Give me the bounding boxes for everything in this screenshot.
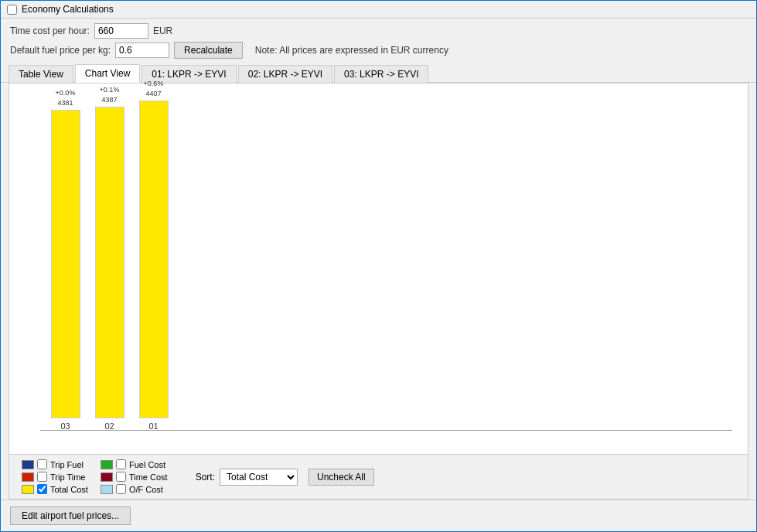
time-cost-label: Time Cost <box>129 472 168 482</box>
time-cost-label: Time cost per hour: <box>10 26 90 36</box>
fuel-price-line: Default fuel price per kg: Recalculate N… <box>10 42 448 59</box>
bar-03 <box>51 110 80 418</box>
x-axis <box>40 430 732 431</box>
main-window: Economy Calculations Time cost per hour:… <box>0 0 757 532</box>
uncheck-all-button[interactable]: Uncheck All <box>309 469 374 486</box>
time-cost-checkbox[interactable] <box>116 472 126 482</box>
tab-table-view[interactable]: Table View <box>9 65 73 83</box>
fuel-cost-swatch <box>101 460 113 469</box>
legend-cols-group: Trip Fuel Trip Time Total Cost <box>22 459 180 494</box>
fuel-price-label: Default fuel price per kg: <box>10 45 111 56</box>
legend-of-cost: O/F Cost <box>101 484 168 494</box>
of-cost-checkbox[interactable] <box>116 484 126 494</box>
note-text: Note: All prices are expressed in EUR cu… <box>255 45 448 56</box>
fuel-cost-label: Fuel Cost <box>129 460 165 469</box>
trip-time-label: Trip Time <box>50 472 85 482</box>
sort-area: Sort: Total Cost Fuel Cost Time Cost Unc… <box>196 469 374 486</box>
params-section: Time cost per hour: EUR Default fuel pri… <box>1 19 756 63</box>
trip-time-checkbox[interactable] <box>37 472 47 482</box>
bar-group-02: +0.1% 4387 02 <box>92 84 127 431</box>
trip-time-swatch <box>22 472 34 482</box>
title-bar: Economy Calculations <box>1 1 756 19</box>
legend-trip-fuel: Trip Fuel <box>22 459 88 469</box>
legend-col-left: Trip Fuel Trip Time Total Cost <box>22 459 88 494</box>
bar-group-01: +0.6% 4407 01 <box>136 78 171 431</box>
legend-time-cost: Time Cost <box>101 472 168 482</box>
legend-total-cost: Total Cost <box>22 484 88 494</box>
chart-inner: +0.0% 4381 03 +0.1% 4387 02 +0.6% 4407 0… <box>40 91 732 431</box>
tab-route-02[interactable]: 02: LKPR -> EYVI <box>238 65 332 83</box>
trip-fuel-swatch <box>22 460 34 469</box>
bar-group-03: +0.0% 4381 03 <box>48 87 83 431</box>
time-cost-swatch <box>101 472 113 482</box>
legend-trip-time: Trip Time <box>22 472 88 482</box>
bar-label-top-01: +0.6% 4407 <box>144 78 164 99</box>
bar-label-top-02: +0.1% 4387 <box>100 84 120 105</box>
tab-route-03[interactable]: 03: LKPR -> EYVI <box>334 65 428 83</box>
window-title: Economy Calculations <box>22 4 114 15</box>
tabs-row: Table View Chart View 01: LKPR -> EYVI 0… <box>1 63 756 83</box>
bar-02 <box>95 107 124 418</box>
of-cost-swatch <box>101 485 113 494</box>
legend-area: Trip Fuel Trip Time Total Cost <box>9 455 748 500</box>
total-cost-swatch <box>22 485 34 494</box>
total-cost-checkbox[interactable] <box>37 484 47 494</box>
bar-01 <box>139 101 169 418</box>
fuel-cost-checkbox[interactable] <box>116 459 126 469</box>
of-cost-label: O/F Cost <box>129 485 163 494</box>
footer: Edit airport fuel prices... <box>1 500 756 531</box>
edit-fuel-prices-button[interactable]: Edit airport fuel prices... <box>10 506 131 525</box>
legend-and-sort: Trip Fuel Trip Time Total Cost <box>22 459 374 494</box>
currency-label: EUR <box>153 26 172 36</box>
recalculate-button[interactable]: Recalculate <box>174 42 243 59</box>
window-checkbox[interactable] <box>7 5 17 15</box>
bar-label-top-03: +0.0% 4381 <box>56 87 76 108</box>
fuel-price-input[interactable] <box>115 43 169 58</box>
legend-col-right: Fuel Cost Time Cost O/F Cost <box>101 459 168 494</box>
sort-label: Sort: <box>196 472 215 483</box>
legend-fuel-cost: Fuel Cost <box>101 459 168 469</box>
tab-chart-view[interactable]: Chart View <box>75 64 140 83</box>
param-group: Time cost per hour: EUR Default fuel pri… <box>10 23 448 59</box>
trip-fuel-label: Trip Fuel <box>50 460 84 469</box>
time-cost-line: Time cost per hour: EUR <box>10 23 448 39</box>
sort-select[interactable]: Total Cost Fuel Cost Time Cost <box>220 469 298 486</box>
trip-fuel-checkbox[interactable] <box>37 459 47 469</box>
total-cost-label: Total Cost <box>50 485 88 494</box>
time-cost-input[interactable] <box>94 23 148 39</box>
chart-container: +0.0% 4381 03 +0.1% 4387 02 +0.6% 4407 0… <box>9 83 748 455</box>
